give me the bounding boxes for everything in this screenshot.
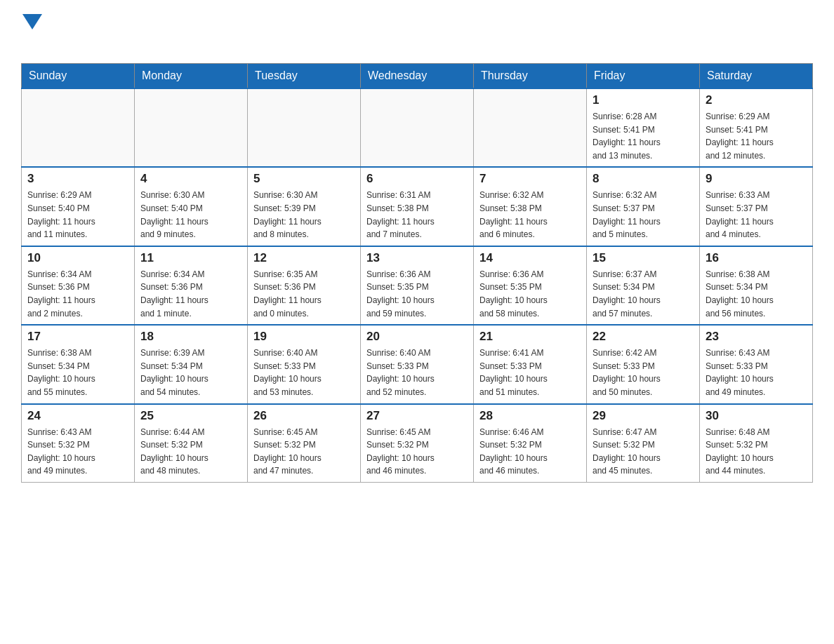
calendar-cell: 23Sunrise: 6:43 AMSunset: 5:33 PMDayligh… — [700, 325, 813, 403]
day-number: 30 — [706, 409, 807, 423]
week-row-3: 10Sunrise: 6:34 AMSunset: 5:36 PMDayligh… — [22, 246, 813, 325]
day-info: Sunrise: 6:30 AMSunset: 5:39 PMDaylight:… — [253, 189, 355, 241]
calendar-cell: 5Sunrise: 6:30 AMSunset: 5:39 PMDaylight… — [248, 167, 361, 246]
day-number: 24 — [27, 409, 128, 423]
weekday-header-wednesday: Wednesday — [361, 64, 474, 89]
week-row-4: 17Sunrise: 6:38 AMSunset: 5:34 PMDayligh… — [22, 325, 813, 403]
calendar-cell — [474, 88, 587, 167]
calendar-cell: 4Sunrise: 6:30 AMSunset: 5:40 PMDaylight… — [135, 167, 248, 246]
calendar-cell: 13Sunrise: 6:36 AMSunset: 5:35 PMDayligh… — [361, 246, 474, 325]
calendar-cell: 7Sunrise: 6:32 AMSunset: 5:38 PMDaylight… — [474, 167, 587, 246]
day-info: Sunrise: 6:47 AMSunset: 5:32 PMDaylight:… — [593, 426, 694, 478]
day-info: Sunrise: 6:40 AMSunset: 5:33 PMDaylight:… — [253, 347, 355, 398]
day-number: 12 — [253, 251, 355, 265]
day-info: Sunrise: 6:33 AMSunset: 5:37 PMDaylight:… — [706, 189, 807, 241]
calendar-cell: 30Sunrise: 6:48 AMSunset: 5:32 PMDayligh… — [700, 404, 813, 483]
day-info: Sunrise: 6:36 AMSunset: 5:35 PMDaylight:… — [479, 268, 581, 320]
weekday-header-sunday: Sunday — [22, 64, 135, 89]
calendar-cell — [22, 88, 135, 167]
day-info: Sunrise: 6:28 AMSunset: 5:41 PMDaylight:… — [593, 110, 694, 162]
day-info: Sunrise: 6:45 AMSunset: 5:32 PMDaylight:… — [366, 426, 468, 478]
logo — [21, 14, 42, 49]
day-number: 18 — [140, 330, 241, 344]
day-number: 22 — [593, 330, 694, 344]
calendar-cell: 9Sunrise: 6:33 AMSunset: 5:37 PMDaylight… — [700, 167, 813, 246]
day-info: Sunrise: 6:35 AMSunset: 5:36 PMDaylight:… — [253, 268, 355, 320]
day-info: Sunrise: 6:30 AMSunset: 5:40 PMDaylight:… — [140, 189, 241, 241]
day-number: 4 — [140, 172, 241, 186]
day-info: Sunrise: 6:44 AMSunset: 5:32 PMDaylight:… — [140, 426, 241, 478]
calendar-cell: 8Sunrise: 6:32 AMSunset: 5:37 PMDaylight… — [587, 167, 700, 246]
calendar-cell: 17Sunrise: 6:38 AMSunset: 5:34 PMDayligh… — [22, 325, 135, 403]
day-number: 27 — [366, 409, 468, 423]
calendar-cell: 12Sunrise: 6:35 AMSunset: 5:36 PMDayligh… — [248, 246, 361, 325]
day-info: Sunrise: 6:40 AMSunset: 5:33 PMDaylight:… — [366, 347, 468, 398]
calendar-cell — [361, 88, 474, 167]
calendar-cell: 29Sunrise: 6:47 AMSunset: 5:32 PMDayligh… — [587, 404, 700, 483]
day-info: Sunrise: 6:42 AMSunset: 5:33 PMDaylight:… — [593, 347, 694, 398]
calendar-cell: 20Sunrise: 6:40 AMSunset: 5:33 PMDayligh… — [361, 325, 474, 403]
week-row-5: 24Sunrise: 6:43 AMSunset: 5:32 PMDayligh… — [22, 404, 813, 483]
day-info: Sunrise: 6:31 AMSunset: 5:38 PMDaylight:… — [366, 189, 468, 241]
day-number: 8 — [593, 172, 694, 186]
day-number: 13 — [366, 251, 468, 265]
day-info: Sunrise: 6:45 AMSunset: 5:32 PMDaylight:… — [253, 426, 355, 478]
week-row-2: 3Sunrise: 6:29 AMSunset: 5:40 PMDaylight… — [22, 167, 813, 246]
day-info: Sunrise: 6:34 AMSunset: 5:36 PMDaylight:… — [27, 268, 128, 320]
calendar-table: SundayMondayTuesdayWednesdayThursdayFrid… — [21, 63, 813, 483]
calendar-cell: 18Sunrise: 6:39 AMSunset: 5:34 PMDayligh… — [135, 325, 248, 403]
day-number: 15 — [593, 251, 694, 265]
day-number: 11 — [140, 251, 241, 265]
weekday-header-saturday: Saturday — [700, 64, 813, 89]
svg-marker-0 — [22, 14, 42, 29]
calendar-cell: 16Sunrise: 6:38 AMSunset: 5:34 PMDayligh… — [700, 246, 813, 325]
calendar-cell: 22Sunrise: 6:42 AMSunset: 5:33 PMDayligh… — [587, 325, 700, 403]
day-info: Sunrise: 6:32 AMSunset: 5:37 PMDaylight:… — [593, 189, 694, 241]
weekday-header-tuesday: Tuesday — [248, 64, 361, 89]
weekday-header-monday: Monday — [135, 64, 248, 89]
day-number: 6 — [366, 172, 468, 186]
calendar-cell: 21Sunrise: 6:41 AMSunset: 5:33 PMDayligh… — [474, 325, 587, 403]
day-number: 9 — [706, 172, 807, 186]
calendar-cell — [135, 88, 248, 167]
calendar-cell: 6Sunrise: 6:31 AMSunset: 5:38 PMDaylight… — [361, 167, 474, 246]
day-info: Sunrise: 6:32 AMSunset: 5:38 PMDaylight:… — [479, 189, 581, 241]
logo-triangle-icon — [22, 14, 42, 29]
weekday-header-friday: Friday — [587, 64, 700, 89]
day-info: Sunrise: 6:38 AMSunset: 5:34 PMDaylight:… — [27, 347, 128, 398]
day-info: Sunrise: 6:39 AMSunset: 5:34 PMDaylight:… — [140, 347, 241, 398]
calendar-cell: 19Sunrise: 6:40 AMSunset: 5:33 PMDayligh… — [248, 325, 361, 403]
calendar-cell: 25Sunrise: 6:44 AMSunset: 5:32 PMDayligh… — [135, 404, 248, 483]
day-number: 26 — [253, 409, 355, 423]
calendar-cell: 28Sunrise: 6:46 AMSunset: 5:32 PMDayligh… — [474, 404, 587, 483]
day-info: Sunrise: 6:37 AMSunset: 5:34 PMDaylight:… — [593, 268, 694, 320]
day-number: 17 — [27, 330, 128, 344]
calendar-cell: 10Sunrise: 6:34 AMSunset: 5:36 PMDayligh… — [22, 246, 135, 325]
day-info: Sunrise: 6:41 AMSunset: 5:33 PMDaylight:… — [479, 347, 581, 398]
day-info: Sunrise: 6:46 AMSunset: 5:32 PMDaylight:… — [479, 426, 581, 478]
calendar-cell: 14Sunrise: 6:36 AMSunset: 5:35 PMDayligh… — [474, 246, 587, 325]
day-number: 7 — [479, 172, 581, 186]
day-number: 28 — [479, 409, 581, 423]
calendar-cell: 26Sunrise: 6:45 AMSunset: 5:32 PMDayligh… — [248, 404, 361, 483]
day-number: 1 — [593, 93, 694, 107]
day-info: Sunrise: 6:38 AMSunset: 5:34 PMDaylight:… — [706, 268, 807, 320]
calendar-cell: 1Sunrise: 6:28 AMSunset: 5:41 PMDaylight… — [587, 88, 700, 167]
day-number: 23 — [706, 330, 807, 344]
weekday-header-row: SundayMondayTuesdayWednesdayThursdayFrid… — [22, 64, 813, 89]
day-number: 21 — [479, 330, 581, 344]
day-number: 2 — [706, 93, 807, 107]
day-info: Sunrise: 6:29 AMSunset: 5:40 PMDaylight:… — [27, 189, 128, 241]
calendar-cell: 24Sunrise: 6:43 AMSunset: 5:32 PMDayligh… — [22, 404, 135, 483]
day-info: Sunrise: 6:48 AMSunset: 5:32 PMDaylight:… — [706, 426, 807, 478]
day-info: Sunrise: 6:43 AMSunset: 5:33 PMDaylight:… — [706, 347, 807, 398]
calendar-cell: 15Sunrise: 6:37 AMSunset: 5:34 PMDayligh… — [587, 246, 700, 325]
calendar-cell: 3Sunrise: 6:29 AMSunset: 5:40 PMDaylight… — [22, 167, 135, 246]
day-info: Sunrise: 6:36 AMSunset: 5:35 PMDaylight:… — [366, 268, 468, 320]
calendar-cell: 11Sunrise: 6:34 AMSunset: 5:36 PMDayligh… — [135, 246, 248, 325]
week-row-1: 1Sunrise: 6:28 AMSunset: 5:41 PMDaylight… — [22, 88, 813, 167]
calendar-cell: 2Sunrise: 6:29 AMSunset: 5:41 PMDaylight… — [700, 88, 813, 167]
day-number: 3 — [27, 172, 128, 186]
day-number: 20 — [366, 330, 468, 344]
day-number: 14 — [479, 251, 581, 265]
